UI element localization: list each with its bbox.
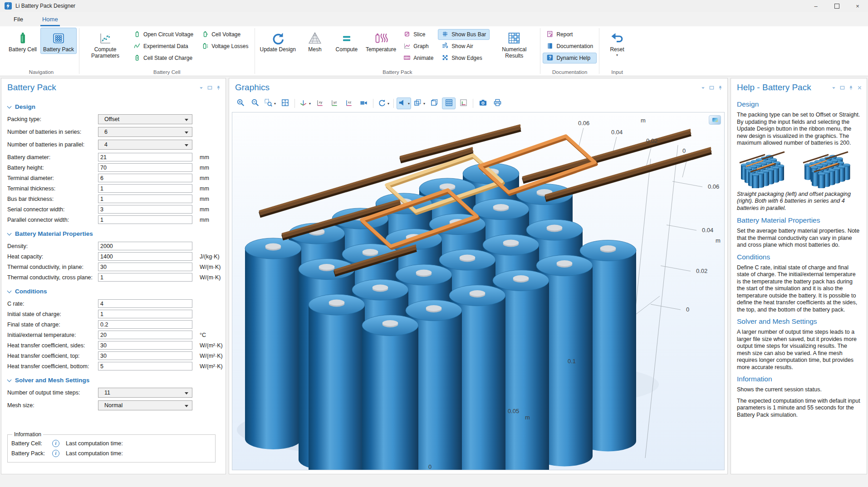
scene-light-button[interactable]: ▾ xyxy=(397,97,411,109)
rotate-button[interactable]: ▾ xyxy=(376,97,391,109)
perspective-button[interactable] xyxy=(357,97,370,109)
experimental-data-button[interactable]: Experimental Data xyxy=(130,41,197,52)
compute-button[interactable]: Compute xyxy=(331,28,362,54)
number-of-batteries-in-series-dropdown[interactable]: 6 xyxy=(98,127,192,137)
close-icon[interactable] xyxy=(857,85,862,90)
chevron-down-icon xyxy=(7,377,12,382)
numerical-results-button[interactable]: Numerical Results xyxy=(490,28,538,60)
initial-state-of-charge-input[interactable] xyxy=(98,310,192,318)
view-yz-button[interactable] xyxy=(328,97,341,109)
float-icon[interactable] xyxy=(709,85,714,90)
final-state-of-charge-input[interactable] xyxy=(98,320,192,329)
cell-state-of-charge-button[interactable]: Cell State of Charge xyxy=(130,53,197,63)
show-air-button[interactable]: Show Air xyxy=(438,41,490,52)
number-of-output-time-steps-dropdown[interactable]: 11 xyxy=(98,388,192,398)
heat-capacity-input[interactable] xyxy=(98,252,192,261)
battery-cell-button[interactable]: Battery Cell xyxy=(6,28,39,54)
collapse-icon[interactable] xyxy=(701,85,706,90)
zoom-in-button[interactable] xyxy=(234,97,247,109)
animate-button[interactable]: Animate xyxy=(400,53,437,63)
density-input[interactable] xyxy=(98,242,192,250)
collapse-icon[interactable] xyxy=(831,85,836,90)
default-view-button[interactable]: ▾ xyxy=(298,97,312,109)
comsol-floater-icon[interactable] xyxy=(709,115,721,125)
section-header-conditions[interactable]: Conditions xyxy=(7,288,219,295)
mesh-button[interactable]: Mesh xyxy=(299,28,330,54)
open-circuit-voltage-button[interactable]: Open Circuit Voltage xyxy=(130,29,197,40)
show-grid-icon xyxy=(445,98,453,109)
cell-voltage-button[interactable]: Cell Voltage xyxy=(198,29,252,40)
collapse-icon[interactable] xyxy=(199,85,204,90)
battery-height-input[interactable] xyxy=(98,163,192,172)
r-update-icon xyxy=(270,30,285,46)
update-design-button[interactable]: Update Design xyxy=(257,28,299,54)
info-icon[interactable]: i xyxy=(52,440,59,447)
thermal-conductivity-in-plane-input[interactable] xyxy=(98,263,192,271)
info-icon[interactable]: i xyxy=(52,450,59,457)
temperature-button[interactable]: Temperature xyxy=(363,28,399,54)
print-button[interactable] xyxy=(490,97,504,109)
battery-diameter-input[interactable] xyxy=(98,153,192,161)
section-header-battery-material-properties[interactable]: Battery Material Properties xyxy=(7,230,219,237)
zoom-extents-button[interactable] xyxy=(278,97,292,109)
mesh-size-dropdown[interactable]: Normal xyxy=(98,400,192,410)
zoom-box-button[interactable]: ▾ xyxy=(263,97,277,109)
packing-type-dropdown[interactable]: Offset xyxy=(98,114,192,124)
snapshot-button[interactable] xyxy=(476,97,490,109)
slice-button[interactable]: Slice xyxy=(400,29,437,40)
terminal-thickness-input[interactable] xyxy=(98,184,192,193)
show-axes-button[interactable] xyxy=(456,97,470,109)
maximize-button[interactable] xyxy=(826,0,847,12)
field-label: Battery diameter: xyxy=(7,154,98,161)
heat-transfer-coefficient-top-input[interactable] xyxy=(98,351,192,360)
minimize-button[interactable]: – xyxy=(805,0,826,12)
c-rate-input[interactable] xyxy=(98,299,192,308)
dynamic-help-button[interactable]: Dynamic Help xyxy=(543,53,597,63)
svg-text:0: 0 xyxy=(428,463,432,470)
pin-icon[interactable] xyxy=(718,85,723,90)
battery-pack-button[interactable]: Battery Pack xyxy=(40,28,77,54)
voltage-losses-button[interactable]: Voltage Losses xyxy=(198,41,252,52)
section-header-solver-and-mesh-settings[interactable]: Solver and Mesh Settings xyxy=(7,377,219,384)
pin-icon[interactable] xyxy=(216,85,221,90)
show-grid-button[interactable] xyxy=(442,97,456,109)
button-label: Reset xyxy=(610,46,624,53)
menu-home[interactable]: Home xyxy=(40,13,60,26)
heat-transfer-coefficient-bottom-input[interactable] xyxy=(98,362,192,370)
dropdown-value: Offset xyxy=(104,116,119,122)
number-of-batteries-in-parallel-dropdown[interactable]: 4 xyxy=(98,140,192,150)
thermal-conductivity-cross-plane-input[interactable] xyxy=(98,273,192,282)
float-icon[interactable] xyxy=(207,85,212,90)
documentation-button[interactable]: Documentation xyxy=(543,41,597,52)
ribbon-group-input: Reset▾Input xyxy=(599,26,635,76)
view-xy-button[interactable] xyxy=(313,97,327,109)
view-xz-icon xyxy=(345,98,353,109)
graph-button[interactable]: Graph xyxy=(400,41,437,52)
menu-file[interactable]: File xyxy=(12,13,25,26)
initial-external-temperature-input[interactable] xyxy=(98,331,192,339)
heat-transfer-coefficient-sides-input[interactable] xyxy=(98,341,192,350)
graphics-canvas[interactable]: 0.060.040.020m0.060.040.020m0.10.050m xyxy=(232,112,725,470)
compute-parameters-button[interactable]: Compute Parameters xyxy=(82,28,129,60)
terminal-diameter-input[interactable] xyxy=(98,174,192,182)
pin-icon[interactable] xyxy=(848,85,853,90)
show-frame-button[interactable] xyxy=(427,97,441,109)
battery-pack-3d-view[interactable]: 0.060.040.020m0.060.040.020m0.10.050m xyxy=(232,112,725,470)
section-header-design[interactable]: Design xyxy=(7,103,219,110)
r-pack-icon xyxy=(51,30,66,46)
bus-bar-thickness-input[interactable] xyxy=(98,195,192,203)
close-button[interactable]: × xyxy=(847,0,868,12)
field-label: Density: xyxy=(7,243,98,249)
report-button[interactable]: Report xyxy=(543,29,597,40)
show-edges-button[interactable]: Show Edges xyxy=(438,53,490,63)
serial-connector-width-input[interactable] xyxy=(98,205,192,214)
transparency-button[interactable]: ▾ xyxy=(412,97,427,109)
view-xz-button[interactable] xyxy=(342,97,356,109)
show-bus-bar-button[interactable]: Show Bus Bar xyxy=(438,29,490,40)
zoom-box-icon xyxy=(264,98,273,109)
reset-button[interactable]: Reset▾ xyxy=(602,28,633,58)
float-icon[interactable] xyxy=(840,85,845,90)
zoom-out-button[interactable] xyxy=(248,97,262,109)
s-anim-icon xyxy=(403,54,411,63)
parallel-connector-width-input[interactable] xyxy=(98,215,192,224)
